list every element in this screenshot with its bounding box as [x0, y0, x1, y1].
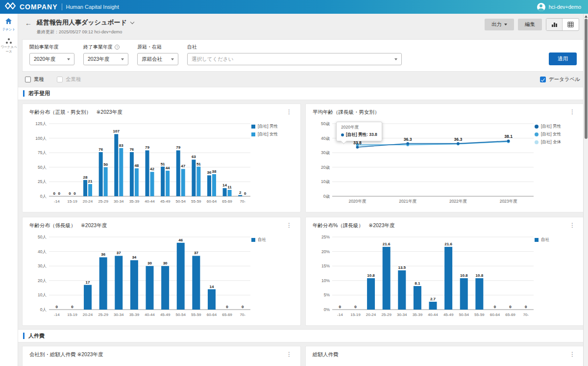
x-tick-label: 65-69 [222, 199, 232, 204]
data-label: 0 [74, 191, 76, 196]
chart-menu-icon[interactable]: ⋮ [568, 222, 577, 228]
chart-title: 年齢分布%（課長級） ※2023年度 [313, 222, 395, 229]
y-tick-label: 40歳 [321, 136, 330, 141]
y-tick-label: 10人 [38, 292, 47, 297]
data-label: 0 [71, 305, 74, 309]
data-label: 107 [113, 129, 120, 133]
info-icon[interactable]: ? [115, 45, 120, 50]
chart-card-average-age: 平均年齢（課長級・男女別） ⋮ 0歳10歳20歳30歳40歳50歳2020年度2… [305, 104, 584, 212]
legend-label: [自社] 女性 [258, 131, 278, 137]
bar [238, 195, 242, 196]
bar [99, 152, 103, 196]
user-menu[interactable]: hci-dev+demo [537, 3, 581, 11]
company-logo-icon [5, 2, 16, 11]
all-industry-checkbox[interactable]: 全業種 [57, 76, 81, 83]
bar [444, 247, 452, 310]
data-label: 63 [192, 155, 196, 159]
chart-menu-icon[interactable]: ⋮ [568, 351, 577, 357]
filter-start-year: 開始事業年度 2020年度 [29, 44, 74, 65]
y-tick-label: 75人 [38, 150, 47, 155]
x-tick-label: 65-69 [222, 313, 232, 317]
scroll-up-arrow-icon[interactable] [585, 15, 588, 18]
data-label: 0 [69, 191, 71, 196]
x-tick-label: 2022年度 [449, 199, 467, 204]
bar [166, 171, 170, 196]
data-label: 0 [494, 305, 496, 309]
data-label: 0 [525, 305, 527, 309]
sidebar-item-tenant[interactable]: テナント [2, 18, 16, 31]
x-tick-label: 60-64 [207, 199, 217, 204]
data-label: 30 [147, 261, 152, 265]
bar-chart-age-lead[interactable]: 0人10人20人30人40人50人-14015-19020-241725-293… [29, 229, 251, 319]
data-label: 2 [239, 190, 242, 195]
data-label: 42 [150, 167, 154, 171]
chart-card-age-distribution-lead: 年齢分布（係長級） ※2023年度 ⋮ 0人10人20人30人40人50人-14… [22, 217, 301, 326]
y-tick-label: 30人 [38, 263, 47, 268]
x-tick-label: 25-29 [381, 313, 392, 317]
bar [115, 256, 122, 310]
data-label: 38 [212, 169, 217, 174]
data-label: 2.7 [430, 297, 436, 301]
chart-legend: 自社 [251, 229, 294, 319]
chart-card-age-distribution-pct-manager: 年齢分布%（課長級） ※2023年度 ⋮ 0%5%10%15%20%25%-14… [305, 217, 584, 326]
export-button[interactable]: 出力 [485, 19, 514, 30]
y-tick-label: 0人 [40, 194, 47, 199]
x-tick-label: 55-59 [474, 313, 485, 317]
enrollment-select[interactable]: 原籍会社 [137, 53, 178, 65]
x-tick-label: 70- [523, 313, 529, 317]
chart-menu-icon[interactable]: ⋮ [568, 109, 577, 115]
table-view-button[interactable] [563, 19, 579, 30]
legend-item: [自社] 男性 [535, 124, 577, 130]
apply-button[interactable]: 適用 [549, 52, 577, 65]
start-year-select[interactable]: 2020年度 [29, 53, 74, 65]
sidebar: テナント ワークスペース [0, 14, 18, 366]
chart-title: 年齢分布（正規・男女別） ※2023年度 [29, 109, 122, 116]
data-label: 8.1 [415, 281, 420, 286]
chart-view-button[interactable] [546, 19, 563, 30]
bar-chart-age-pct-manager[interactable]: 0%5%10%15%20%25%-14015-19020-2410.825-29… [313, 229, 535, 319]
x-tick-label: 40-44 [428, 313, 438, 317]
chart-menu-icon[interactable]: ⋮ [285, 351, 294, 357]
legend-label: 自社 [258, 237, 266, 243]
sidebar-item-workspace[interactable]: ワークスペース [0, 38, 18, 53]
vertical-scrollbar[interactable] [583, 14, 588, 366]
data-label: 34 [132, 255, 136, 260]
scrollbar-thumb[interactable] [585, 19, 588, 139]
checkbox-checked-icon [540, 77, 546, 82]
x-tick-label: 35-39 [129, 199, 140, 204]
data-label: 21 [88, 179, 93, 183]
bar-chart-age-regular[interactable]: 0人25人50人75人100人125人-140015-190020-242821… [29, 116, 251, 206]
data-label: 13.5 [398, 265, 406, 270]
chart-menu-icon[interactable]: ⋮ [285, 109, 294, 115]
y-tick-label: 20% [321, 249, 330, 254]
data-label: 0 [354, 305, 357, 309]
data-label: 79 [176, 145, 180, 150]
x-tick-label: 20-24 [366, 313, 376, 317]
legend-item: 自社 [535, 237, 577, 243]
chart-tooltip: 2020年度 [自社] 男性: 33.8 [336, 122, 382, 141]
edit-button[interactable]: 編集 [518, 19, 542, 30]
industry-checkbox[interactable]: 業種 [25, 76, 44, 83]
chart-menu-icon[interactable]: ⋮ [285, 222, 294, 228]
bar [161, 266, 169, 310]
data-label-checkbox[interactable]: データラベル [540, 76, 580, 83]
bar [88, 184, 92, 196]
end-year-select[interactable]: 2023年度 [83, 53, 128, 65]
legend-label: [自社] 男性 [541, 124, 561, 130]
bar [398, 270, 406, 310]
data-label: 37 [194, 251, 198, 255]
back-arrow-icon[interactable]: ← [25, 19, 32, 35]
chart-title: 平均年齢（課長級・男女別） [313, 109, 380, 116]
username: hci-dev+demo [549, 4, 581, 10]
data-label: 0 [58, 191, 61, 196]
chevron-down-icon[interactable] [130, 20, 134, 24]
x-tick-label: 15-19 [350, 313, 361, 317]
company-select[interactable]: 選択してください [187, 53, 402, 65]
x-tick-label: 30-34 [114, 199, 124, 204]
data-label: 0 [226, 305, 228, 309]
bar [177, 243, 185, 310]
data-label: 10.8 [460, 273, 468, 278]
chart-title: 総額人件費 [313, 351, 339, 358]
x-tick-label: 15-19 [67, 199, 77, 204]
avatar-icon [537, 3, 545, 11]
